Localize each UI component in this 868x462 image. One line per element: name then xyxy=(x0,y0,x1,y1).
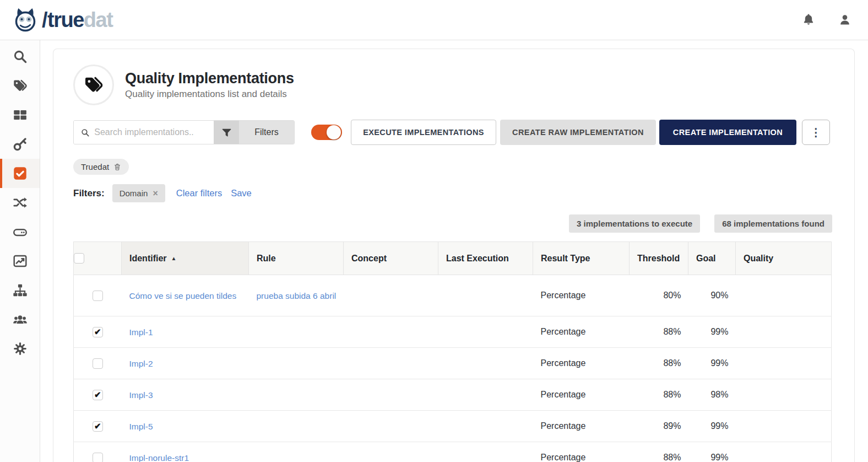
sidebar-item-permissions[interactable] xyxy=(0,130,40,159)
sidebar-item-dashboard[interactable] xyxy=(0,100,40,130)
row-checkbox[interactable]: ✔ xyxy=(93,327,103,337)
page-subtitle: Quality implementations list and details xyxy=(125,89,294,100)
goal-cell: 99% xyxy=(688,316,736,348)
tags-icon xyxy=(84,75,104,95)
last-execution-cell xyxy=(438,275,533,316)
last-execution-cell xyxy=(438,316,533,348)
filters-button[interactable]: Filters xyxy=(239,121,294,144)
threshold-cell: 88% xyxy=(630,442,688,462)
table-row: ✔ Impl-1 Percentage 88% 99% xyxy=(74,316,832,348)
execution-toggle[interactable] xyxy=(311,125,342,140)
concept-cell xyxy=(344,411,438,442)
column-header-rule[interactable]: Rule xyxy=(249,242,344,275)
create-implementation-button[interactable]: CREATE IMPLEMENTATION xyxy=(659,120,796,145)
check-icon: ✔ xyxy=(94,422,101,430)
sidebar-item-search[interactable] xyxy=(0,42,40,71)
threshold-cell: 89% xyxy=(630,411,688,442)
tags-icon xyxy=(13,78,28,93)
column-header-last-execution[interactable]: Last Execution xyxy=(438,242,533,275)
search-input[interactable] xyxy=(94,127,214,137)
key-icon xyxy=(13,137,28,152)
last-execution-cell xyxy=(438,411,533,442)
column-header-threshold[interactable]: Threshold xyxy=(630,242,688,275)
close-icon[interactable]: × xyxy=(153,189,158,198)
clear-filters-link[interactable]: Clear filters xyxy=(176,188,222,198)
threshold-cell: 88% xyxy=(630,379,688,411)
rule-link[interactable]: prueba subida 6 abril xyxy=(257,291,337,300)
bell-icon[interactable] xyxy=(802,13,815,26)
sidebar-item-structures[interactable] xyxy=(0,276,40,305)
sidebar xyxy=(0,40,40,462)
threshold-cell: 88% xyxy=(630,348,688,379)
to-execute-badge: 3 implementations to execute xyxy=(569,214,700,233)
filter-chip-domain[interactable]: Domain × xyxy=(112,184,165,202)
trash-icon[interactable] xyxy=(113,163,121,171)
execute-implementations-button[interactable]: EXECUTE IMPLEMENTATIONS xyxy=(351,120,496,145)
hard-drive-icon xyxy=(13,224,28,239)
column-header-identifier[interactable]: Identifier▲ xyxy=(122,242,249,275)
sidebar-item-charts[interactable] xyxy=(0,246,40,276)
funnel-icon xyxy=(222,128,231,137)
select-all-checkbox[interactable] xyxy=(74,253,84,264)
grid-icon xyxy=(13,108,28,122)
column-header-goal[interactable]: Goal xyxy=(688,242,736,275)
sidebar-item-quality[interactable] xyxy=(0,159,40,188)
concept-cell xyxy=(344,275,438,316)
sidebar-item-settings[interactable] xyxy=(0,334,40,363)
status-badges: 3 implementations to execute 68 implemen… xyxy=(73,214,832,233)
domain-scope-pill[interactable]: Truedat xyxy=(73,159,129,175)
goal-cell: 99% xyxy=(688,411,736,442)
create-raw-implementation-button[interactable]: CREATE RAW IMPLEMENTATION xyxy=(500,120,656,145)
logo-wordmark: /truedat xyxy=(40,8,112,32)
identifier-link[interactable]: Impl-5 xyxy=(129,422,153,431)
goal-cell: 98% xyxy=(688,379,736,411)
threshold-cell: 88% xyxy=(630,316,688,348)
column-header-quality[interactable]: Quality xyxy=(736,242,832,275)
sidebar-item-lineage[interactable] xyxy=(0,188,40,217)
save-filters-link[interactable]: Save xyxy=(231,188,252,198)
identifier-link[interactable]: Impl-2 xyxy=(129,359,153,368)
search-box: Filters xyxy=(73,120,295,144)
quality-cell xyxy=(736,411,832,442)
result-type-cell: Percentage xyxy=(533,275,630,316)
row-checkbox[interactable]: ✔ xyxy=(93,390,103,400)
row-checkbox[interactable]: ✔ xyxy=(93,453,103,462)
table-row: ✔ Impl-3 Percentage 88% 98% xyxy=(74,379,832,411)
sidebar-item-groups[interactable] xyxy=(0,305,40,334)
concept-cell xyxy=(344,348,438,379)
goal-cell: 99% xyxy=(688,348,736,379)
page-icon-circle xyxy=(73,65,114,105)
identifier-link[interactable]: Impl-3 xyxy=(129,390,153,400)
column-header-concept[interactable]: Concept xyxy=(344,242,438,275)
user-icon[interactable] xyxy=(838,13,851,26)
search-icon xyxy=(13,49,28,64)
quality-cell xyxy=(736,275,832,316)
table-row: ✔ Cómo ve si se pueden tildes prueba sub… xyxy=(74,275,832,316)
filters-label: Filters: xyxy=(73,188,105,199)
result-type-cell: Percentage xyxy=(533,442,630,462)
column-header-result-type[interactable]: Result Type xyxy=(533,242,630,275)
last-execution-cell xyxy=(438,442,533,462)
top-bar: /truedat xyxy=(0,0,868,40)
identifier-link[interactable]: Cómo ve si se pueden tildes xyxy=(129,291,237,300)
check-icon: ✔ xyxy=(94,390,101,399)
row-checkbox[interactable]: ✔ xyxy=(93,421,103,432)
quality-cell xyxy=(736,442,832,462)
sitemap-icon xyxy=(13,283,28,298)
result-type-cell: Percentage xyxy=(533,379,630,411)
concept-cell xyxy=(344,442,438,462)
sidebar-item-sources[interactable] xyxy=(0,217,40,246)
row-checkbox[interactable]: ✔ xyxy=(93,358,103,369)
sidebar-item-tags[interactable] xyxy=(0,71,40,100)
last-execution-cell xyxy=(438,379,533,411)
toggle-knob xyxy=(327,125,341,139)
goal-cell: 90% xyxy=(688,275,736,316)
check-square-icon xyxy=(13,166,28,181)
truedat-logo[interactable]: /truedat xyxy=(12,7,112,33)
filter-funnel-button[interactable] xyxy=(214,121,239,144)
more-actions-button[interactable]: ⋮ xyxy=(802,120,830,145)
identifier-link[interactable]: Impl-norule-str1 xyxy=(129,453,189,462)
content-card: Quality Implementations Quality implemen… xyxy=(53,49,855,462)
identifier-link[interactable]: Impl-1 xyxy=(129,327,153,337)
row-checkbox[interactable]: ✔ xyxy=(93,291,103,301)
